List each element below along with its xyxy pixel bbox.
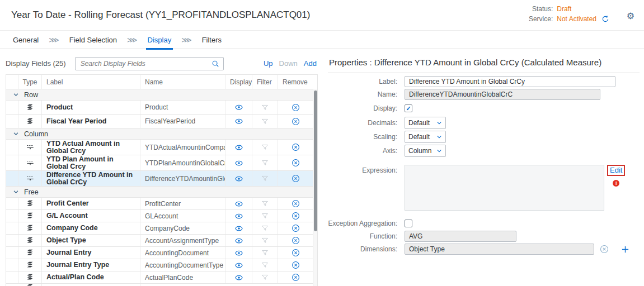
- field-name: FiscalYearPeriod: [140, 115, 225, 128]
- measure-icon: [18, 155, 42, 170]
- remove-icon[interactable]: [278, 271, 313, 283]
- group-row-free[interactable]: Free: [6, 187, 313, 198]
- show-eye-icon[interactable]: [225, 222, 252, 234]
- properties-panel: Properties : Difference YTD Amount in Gl…: [328, 56, 640, 256]
- field-row[interactable]: Actual/Plan CodeActualPlanCode: [6, 271, 313, 284]
- show-eye-icon[interactable]: [225, 101, 252, 114]
- filter-icon[interactable]: [252, 247, 278, 259]
- tab-filters[interactable]: Filters: [200, 31, 223, 49]
- field-row[interactable]: Journal EntryAccountingDocument: [6, 247, 313, 259]
- filter-icon[interactable]: [252, 222, 278, 234]
- filter-icon[interactable]: [252, 171, 278, 186]
- remove-icon[interactable]: [278, 140, 313, 155]
- exception-aggregation-checkbox[interactable]: [405, 220, 412, 227]
- group-row-column[interactable]: Column: [6, 128, 313, 140]
- display-field-label: Display:: [328, 104, 397, 112]
- show-eye-icon[interactable]: [225, 155, 252, 170]
- dimension-icon: [18, 198, 42, 209]
- show-eye-icon[interactable]: [225, 259, 252, 271]
- remove-icon[interactable]: [278, 259, 313, 271]
- dimension-icon: [18, 235, 42, 246]
- display-checkbox[interactable]: [405, 104, 412, 112]
- field-name: YTDActualAmountinCompanyCcry: [140, 140, 225, 155]
- search-box: [75, 57, 224, 70]
- tab-general[interactable]: General: [11, 31, 40, 49]
- decimals-select[interactable]: Default: [405, 117, 446, 129]
- down-button[interactable]: Down: [279, 59, 298, 68]
- filter-icon[interactable]: [252, 210, 278, 222]
- expression-box[interactable]: [405, 165, 604, 211]
- add-dimension-icon[interactable]: [621, 245, 629, 254]
- exception-aggregation-row: Exception Aggregation:: [328, 220, 640, 227]
- scrollbar-thumb[interactable]: [314, 90, 317, 231]
- filter-icon[interactable]: [252, 198, 278, 209]
- settings-icon[interactable]: ⚙: [627, 11, 634, 21]
- edit-expression-button[interactable]: Edit: [607, 165, 625, 176]
- field-row[interactable]: Journal Entry TypeAccountingDocumentType: [6, 259, 313, 271]
- remove-icon[interactable]: [278, 198, 313, 209]
- show-eye-icon[interactable]: [225, 198, 252, 209]
- show-eye-icon[interactable]: [225, 171, 252, 186]
- remove-icon[interactable]: [278, 235, 313, 246]
- search-input[interactable]: [79, 59, 211, 68]
- add-button[interactable]: Add: [304, 59, 317, 68]
- axis-select[interactable]: Column: [405, 145, 446, 157]
- scaling-value: Default: [408, 133, 430, 141]
- indent-cell: [6, 101, 18, 114]
- remove-icon[interactable]: [278, 247, 313, 259]
- remove-icon[interactable]: [278, 222, 313, 234]
- filter-icon[interactable]: [252, 235, 278, 246]
- field-row[interactable]: G/L AccountGLAccount: [6, 210, 313, 222]
- refresh-icon[interactable]: [601, 15, 609, 23]
- filter-icon[interactable]: [252, 155, 278, 170]
- tab-display[interactable]: Display: [146, 31, 173, 49]
- dimensions-input: Object Type: [405, 244, 594, 255]
- search-icon[interactable]: [211, 60, 219, 68]
- group-row-row[interactable]: Row: [6, 89, 313, 101]
- remove-icon[interactable]: [278, 115, 313, 128]
- axis-value: Column: [408, 147, 431, 155]
- field-row[interactable]: ACTUALPLAN-JOURNALENT: [6, 284, 313, 286]
- field-row[interactable]: Fiscal Year PeriodFiscalYearPeriod: [6, 115, 313, 128]
- remove-icon[interactable]: [278, 155, 313, 170]
- tab-field-selection[interactable]: Field Selection: [68, 31, 119, 49]
- column-header-filter: Filter: [252, 75, 278, 89]
- remove-dimension-icon[interactable]: [600, 245, 609, 254]
- shell-header: Year To Date - Rolling Forecast (YY1_PRO…: [0, 0, 644, 31]
- field-row[interactable]: Profit CenterProfitCenter: [6, 198, 313, 210]
- show-eye-icon[interactable]: [225, 140, 252, 155]
- show-eye-icon[interactable]: [225, 210, 252, 222]
- filter-icon[interactable]: [252, 140, 278, 155]
- filter-icon[interactable]: [252, 101, 278, 114]
- status-value: Draft: [557, 5, 609, 13]
- expression-field-label: Expression:: [328, 165, 397, 174]
- remove-icon[interactable]: [278, 210, 313, 222]
- chevron-down-icon: [436, 148, 442, 154]
- show-eye-icon[interactable]: [225, 247, 252, 259]
- function-field-label: Function:: [328, 232, 397, 240]
- filter-icon[interactable]: [252, 271, 278, 283]
- up-button[interactable]: Up: [264, 59, 273, 68]
- show-eye-icon[interactable]: [225, 235, 252, 246]
- field-row[interactable]: Difference YTD Amount in Global CrCyDiff…: [6, 171, 313, 187]
- chevron-down-icon: [13, 131, 19, 137]
- field-row[interactable]: Company CodeCompanyCode: [6, 222, 313, 235]
- field-row[interactable]: ProductProduct: [6, 101, 313, 115]
- field-row[interactable]: Object TypeAccountAssignmentType: [6, 235, 313, 247]
- field-row[interactable]: YTD Actual Amount in Global CrcyYTDActua…: [6, 140, 313, 155]
- filter-icon[interactable]: [252, 115, 278, 128]
- filter-icon[interactable]: [252, 259, 278, 271]
- scaling-select[interactable]: Default: [405, 131, 446, 143]
- field-row[interactable]: YTD Plan Amount in Global CrcyYTDPlanAmo…: [6, 155, 313, 171]
- label-input[interactable]: [405, 76, 615, 87]
- show-eye-icon[interactable]: [225, 271, 252, 283]
- field-label: Journal Entry Type: [42, 259, 140, 271]
- show-eye-icon[interactable]: [225, 115, 252, 128]
- remove-icon[interactable]: [278, 171, 313, 186]
- tab-separator-icon: ⋙: [181, 36, 192, 44]
- label-field-label: Label:: [328, 78, 397, 85]
- axis-row: Axis: Column: [328, 145, 640, 157]
- column-header-type: Type: [18, 75, 42, 89]
- scrollbar-track[interactable]: [313, 89, 317, 286]
- remove-icon[interactable]: [278, 101, 313, 114]
